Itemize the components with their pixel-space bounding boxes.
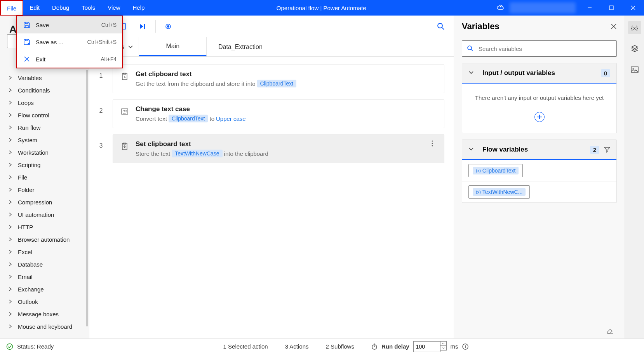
record-button[interactable]: [161, 19, 175, 33]
chevron-down-icon: [468, 70, 475, 76]
maximize-button[interactable]: [600, 0, 622, 16]
close-button[interactable]: [622, 0, 644, 16]
minimize-button[interactable]: [579, 0, 600, 16]
menu-debug[interactable]: Debug: [46, 0, 75, 16]
tree-item[interactable]: Exchange: [0, 283, 89, 295]
svg-line-26: [471, 49, 473, 51]
chevron-right-icon: [9, 250, 12, 254]
flow-variable[interactable]: (x)ClipboardText: [468, 164, 523, 177]
tree-item[interactable]: UI automation: [0, 208, 89, 221]
menu-view[interactable]: View: [101, 0, 126, 16]
chevron-right-icon: [9, 76, 12, 80]
step-more-button[interactable]: [428, 140, 437, 146]
tree-item[interactable]: Workstation: [0, 146, 89, 159]
variables-search[interactable]: [462, 40, 617, 57]
io-section-header[interactable]: Input / output variables 0: [462, 63, 616, 84]
filter-icon[interactable]: [604, 146, 610, 153]
info-icon[interactable]: [462, 344, 468, 350]
variable-chip[interactable]: ClipboardText: [257, 80, 297, 87]
tabs-row: bflows Main Data_Extraction: [89, 37, 454, 57]
empty-message: There aren't any input or output variabl…: [470, 94, 609, 101]
step-button[interactable]: [136, 19, 150, 33]
tree-item[interactable]: Excel: [0, 246, 89, 258]
images-rail-button[interactable]: [628, 63, 641, 76]
tree-item[interactable]: System: [0, 134, 89, 146]
actions-tree: VariablesConditionalsLoopsFlow controlRu…: [0, 52, 89, 333]
link-text[interactable]: Upper case: [216, 115, 246, 122]
tree-item[interactable]: Email: [0, 270, 89, 283]
flow-section-header[interactable]: Flow variables 2: [462, 140, 616, 160]
step-desc: Get the text from the clipboard and stor…: [136, 80, 437, 87]
tab-main[interactable]: Main: [139, 37, 207, 56]
variable-chip[interactable]: TextWithNewCase: [172, 150, 222, 157]
file-menu-save[interactable]: Save Ctrl+S: [17, 16, 122, 33]
chevron-right-icon: [9, 126, 12, 129]
tree-item[interactable]: Compression: [0, 196, 89, 208]
step-card[interactable]: Abcdef Change text case Convert text Cli…: [113, 99, 444, 128]
tree-item[interactable]: File: [0, 171, 89, 183]
tree-item[interactable]: Conditionals: [0, 84, 89, 96]
svg-rect-1: [609, 6, 613, 10]
step-card-selected[interactable]: Set clipboard text Store the text TextWi…: [113, 134, 444, 163]
menu-help[interactable]: Help: [127, 0, 151, 16]
io-variables-section: Input / output variables 0 There aren't …: [462, 63, 617, 133]
count-badge: 2: [590, 146, 599, 154]
layers-rail-button[interactable]: [628, 42, 641, 55]
tree-item[interactable]: Scripting: [0, 159, 89, 171]
tree-item[interactable]: Run flow: [0, 121, 89, 134]
tree-item[interactable]: Mouse and keyboard: [0, 320, 89, 333]
menu-item-shortcut: Ctrl+S: [101, 22, 117, 28]
tree-item[interactable]: HTTP: [0, 221, 89, 233]
tab-data-extraction[interactable]: Data_Extraction: [207, 37, 274, 56]
timer-icon: [371, 344, 378, 350]
tree-item[interactable]: Flow control: [0, 109, 89, 121]
file-menu-save-as[interactable]: Save as ... Ctrl+Shift+S: [17, 33, 122, 51]
chevron-right-icon: [9, 163, 12, 167]
menu-file[interactable]: File: [0, 0, 23, 16]
menu-item-label: Save: [36, 22, 49, 28]
svg-point-20: [432, 141, 433, 142]
chevron-right-icon: [9, 101, 12, 105]
file-menu-dropdown: Save Ctrl+S Save as ... Ctrl+Shift+S Exi…: [16, 16, 123, 68]
flow-variables-section: Flow variables 2 (x)ClipboardText (x)Tex…: [462, 140, 617, 203]
step-card[interactable]: A Get clipboard text Get the text from t…: [113, 65, 444, 93]
scrollbar-thumb[interactable]: [86, 70, 88, 326]
tree-item[interactable]: Outlook: [0, 295, 89, 308]
variables-rail-button[interactable]: {x}: [628, 21, 641, 34]
flow-body: 1 A Get clipboard text Get the text from…: [89, 57, 454, 338]
variable-chip[interactable]: ClipboardText: [169, 115, 208, 122]
svg-text:def: def: [123, 112, 127, 114]
add-variable-button[interactable]: [534, 112, 545, 122]
delay-spinner[interactable]: [440, 341, 447, 351]
tree-item[interactable]: Database: [0, 258, 89, 270]
app-title: Operational flow | Power Automate: [151, 5, 492, 11]
step-number: 3: [89, 134, 113, 149]
svg-text:A: A: [124, 76, 126, 78]
file-menu-exit[interactable]: Exit Alt+F4: [17, 51, 122, 68]
tree-item[interactable]: Message boxes: [0, 308, 89, 320]
menu-edit[interactable]: Edit: [23, 0, 46, 16]
titlebar: File Edit Debug Tools View Help Operatio…: [0, 0, 644, 16]
tree-item[interactable]: Browser automation: [0, 233, 89, 246]
close-panel-button[interactable]: [611, 23, 617, 30]
chevron-right-icon: [9, 200, 12, 204]
tree-item[interactable]: Loops: [0, 96, 89, 109]
tree-item[interactable]: Folder: [0, 183, 89, 196]
menu-tools[interactable]: Tools: [75, 0, 101, 16]
flow-variable[interactable]: (x)TextWithNewC...: [468, 185, 530, 199]
clipboard-set-icon: [120, 142, 129, 151]
search-button[interactable]: [433, 18, 449, 35]
account-label-blurred: [510, 2, 576, 13]
variables-search-input[interactable]: [479, 45, 612, 52]
chevron-right-icon: [9, 275, 12, 279]
chevron-right-icon: [9, 237, 12, 241]
run-delay-label: Run delay: [381, 343, 409, 350]
chevron-right-icon: [9, 225, 12, 229]
svg-line-11: [442, 28, 444, 30]
run-delay-input[interactable]: [413, 341, 440, 352]
eraser-icon[interactable]: [606, 327, 614, 334]
save-icon: [23, 21, 31, 29]
chevron-down-icon: [468, 146, 475, 153]
tree-item[interactable]: Variables: [0, 71, 89, 84]
step-title: Get clipboard text: [136, 70, 437, 78]
